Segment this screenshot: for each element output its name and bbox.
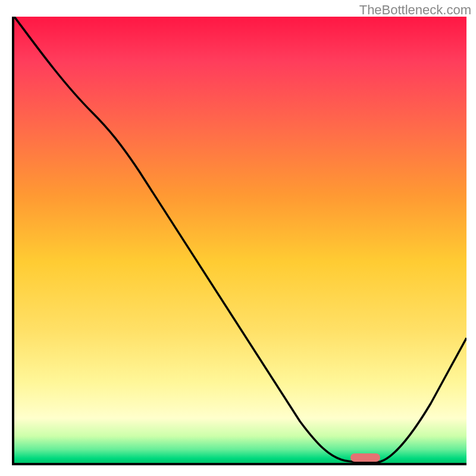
bottleneck-chart: TheBottleneck.com — [0, 0, 476, 476]
optimal-marker — [350, 453, 380, 462]
watermark-text: TheBottleneck.com — [359, 2, 471, 18]
plot-area — [12, 17, 466, 465]
curve-svg — [14, 17, 466, 463]
bottleneck-curve-path — [14, 17, 466, 462]
